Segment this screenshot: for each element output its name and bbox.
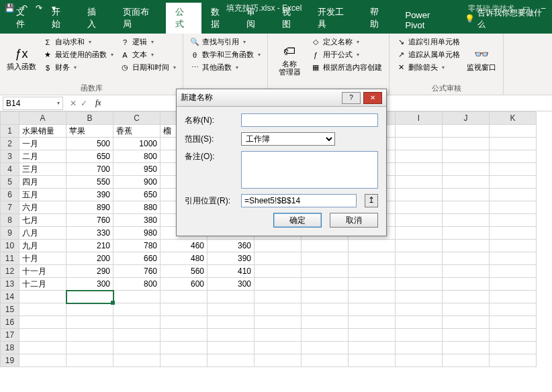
col-header-J[interactable]: J <box>443 112 490 125</box>
cell[interactable]: 三月 <box>19 163 66 176</box>
cell[interactable] <box>349 240 396 252</box>
row-header-7[interactable]: 7 <box>1 201 19 214</box>
cancel-edit-icon[interactable]: ✕ <box>70 99 77 108</box>
cell[interactable]: 六月 <box>19 201 66 214</box>
cell[interactable] <box>443 240 490 252</box>
trace-dep-button[interactable]: ↗追踪从属单元格 <box>395 49 461 60</box>
cell[interactable] <box>208 303 255 316</box>
row-header-9[interactable]: 9 <box>1 227 19 240</box>
logical-button[interactable]: ?逻辑 <box>119 36 177 48</box>
cell[interactable] <box>443 201 490 214</box>
cell[interactable] <box>302 329 349 342</box>
cell[interactable] <box>160 354 208 367</box>
cell[interactable]: 300 <box>66 278 113 291</box>
cell[interactable] <box>160 291 208 303</box>
cell[interactable] <box>396 163 443 176</box>
cell[interactable] <box>302 303 349 316</box>
col-header-B[interactable]: B <box>66 112 113 125</box>
cell[interactable] <box>349 329 396 342</box>
cell[interactable] <box>208 342 255 354</box>
cell[interactable] <box>255 278 302 291</box>
cell[interactable] <box>490 354 537 367</box>
cell[interactable] <box>396 316 443 329</box>
cell[interactable]: 八月 <box>19 227 66 240</box>
cell[interactable] <box>396 291 443 303</box>
row-header-14[interactable]: 14 <box>1 291 19 303</box>
cell[interactable] <box>160 342 208 354</box>
row-header-10[interactable]: 10 <box>1 240 19 252</box>
cell[interactable]: 290 <box>66 265 113 278</box>
cell[interactable]: 二月 <box>19 150 66 163</box>
col-header-A[interactable]: A <box>19 112 66 125</box>
row-header-11[interactable]: 11 <box>1 252 19 265</box>
cell[interactable] <box>443 138 490 150</box>
cell[interactable] <box>19 342 66 354</box>
cell[interactable] <box>396 329 443 342</box>
cell[interactable] <box>255 252 302 265</box>
cell[interactable] <box>66 354 113 367</box>
col-header-K[interactable]: K <box>490 112 537 125</box>
row-header-3[interactable]: 3 <box>1 150 19 163</box>
cell[interactable]: 900 <box>113 176 160 189</box>
cell[interactable]: 四月 <box>19 176 66 189</box>
cell[interactable] <box>255 316 302 329</box>
cell[interactable] <box>490 240 537 252</box>
cell[interactable] <box>443 163 490 176</box>
cell[interactable]: 890 <box>66 201 113 214</box>
cell[interactable] <box>255 240 302 252</box>
cell[interactable] <box>113 316 160 329</box>
cell[interactable] <box>443 278 490 291</box>
cell[interactable] <box>208 291 255 303</box>
cell[interactable]: 800 <box>113 150 160 163</box>
cell[interactable] <box>443 176 490 189</box>
cell[interactable] <box>443 329 490 342</box>
ok-button[interactable]: 确定 <box>273 213 322 228</box>
cell[interactable]: 300 <box>208 278 255 291</box>
cell[interactable] <box>490 265 537 278</box>
cell[interactable] <box>66 329 113 342</box>
cell[interactable] <box>208 354 255 367</box>
row-header-17[interactable]: 17 <box>1 329 19 342</box>
ref-collapse-button[interactable]: ↥ <box>365 194 378 207</box>
cell[interactable] <box>66 316 113 329</box>
cell[interactable] <box>490 303 537 316</box>
trace-prec-button[interactable]: ↘追踪引用单元格 <box>395 36 461 48</box>
cell[interactable] <box>443 189 490 201</box>
cell[interactable]: 800 <box>113 278 160 291</box>
insert-function-button[interactable]: ƒx 插入函数 <box>5 36 38 82</box>
text-button[interactable]: A文本 <box>119 49 177 60</box>
cell[interactable] <box>490 252 537 265</box>
cell[interactable] <box>490 138 537 150</box>
name-manager-button[interactable]: 🏷 名称 管理器 <box>273 36 306 84</box>
cell[interactable]: 980 <box>113 227 160 240</box>
cell[interactable] <box>490 316 537 329</box>
cell[interactable] <box>255 354 302 367</box>
cell[interactable]: 480 <box>160 252 208 265</box>
cell[interactable] <box>396 265 443 278</box>
cell[interactable] <box>66 303 113 316</box>
cell[interactable]: 七月 <box>19 214 66 227</box>
cell[interactable] <box>396 252 443 265</box>
col-header-I[interactable]: I <box>396 112 443 125</box>
cell[interactable] <box>443 125 490 138</box>
cell[interactable] <box>113 342 160 354</box>
cell[interactable] <box>255 303 302 316</box>
cell[interactable] <box>490 291 537 303</box>
morefn-button[interactable]: ⋯其他函数 <box>189 62 262 73</box>
row-header-5[interactable]: 5 <box>1 176 19 189</box>
cell[interactable] <box>349 278 396 291</box>
fill-handle[interactable] <box>111 301 115 305</box>
cell[interactable] <box>349 354 396 367</box>
cell[interactable]: 500 <box>66 138 113 150</box>
cell[interactable]: 十月 <box>19 252 66 265</box>
cell[interactable] <box>349 252 396 265</box>
cell[interactable] <box>443 252 490 265</box>
dialog-help-button[interactable]: ? <box>342 92 361 104</box>
cell[interactable] <box>255 291 302 303</box>
row-header-16[interactable]: 16 <box>1 316 19 329</box>
dialog-titlebar[interactable]: 新建名称 ? ✕ <box>177 89 386 107</box>
cell[interactable]: 560 <box>160 265 208 278</box>
remove-arrows-button[interactable]: ✕删除箭头 <box>395 62 461 73</box>
cell[interactable] <box>443 150 490 163</box>
cell[interactable] <box>490 227 537 240</box>
